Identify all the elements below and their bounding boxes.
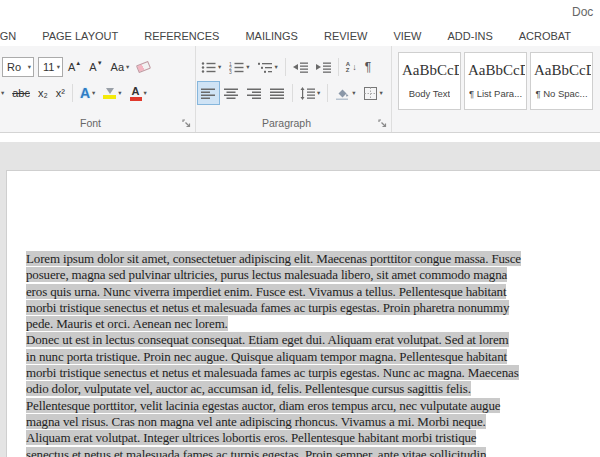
multilevel-list-icon (258, 61, 273, 74)
separator (285, 58, 286, 76)
borders-button[interactable]: ▾ (361, 82, 386, 104)
selected-text: magna vel risus. Cras non magna vel ante… (26, 414, 486, 429)
sort-button[interactable]: AZ ↓ (343, 56, 360, 78)
bullets-button[interactable]: ▾ (198, 56, 224, 78)
increase-indent-icon (316, 61, 331, 74)
font-row-1: Ro ▾ 11 ▾ A ▲ A ▼ Aa ▾ (2, 56, 153, 78)
eraser-icon (136, 61, 151, 73)
justify-button[interactable] (267, 82, 288, 104)
align-center-button[interactable] (221, 82, 242, 104)
text-line[interactable]: morbi tristique senectus et netus et mal… (26, 365, 521, 381)
font-group: Ro ▾ 11 ▾ A ▲ A ▼ Aa ▾ (0, 46, 196, 132)
separator (327, 84, 328, 102)
line-spacing-button[interactable]: ▾ (297, 82, 323, 104)
shading-button[interactable]: ▾ (332, 82, 358, 104)
subscript-button[interactable]: x₂ (35, 82, 51, 104)
ribbon-bottom-strip (0, 134, 600, 142)
text-effects-icon: A (80, 85, 90, 101)
strikethrough-button[interactable]: abc (9, 82, 33, 104)
align-right-button[interactable] (244, 82, 265, 104)
text-line[interactable]: senectus et netus et malesuada fames ac … (26, 447, 521, 457)
show-hide-formatting-button[interactable]: ¶ (362, 56, 374, 78)
dropdown-arrow-icon: ▾ (218, 63, 221, 71)
ribbon-tab[interactable]: VIEW (380, 30, 434, 42)
style-label: Body Text (409, 88, 451, 99)
ribbon-tab[interactable]: REFERENCES (131, 30, 232, 42)
line-spacing-icon (300, 87, 315, 100)
dropdown-arrow-icon: ▾ (1, 89, 4, 97)
font-size-combobox[interactable]: 11 ▾ (38, 57, 63, 77)
numbering-button[interactable]: 123 ▾ (226, 56, 252, 78)
ribbon-tab-bar: DESIGNPAGE LAYOUTREFERENCESMAILINGSREVIE… (0, 26, 600, 46)
font-name-combobox[interactable]: Ro ▾ (2, 57, 34, 77)
align-left-button[interactable] (198, 82, 219, 104)
style-item[interactable]: AaBbCcDd Body Text (398, 52, 461, 110)
style-preview: AaBbCcDd (466, 62, 525, 79)
clear-formatting-button[interactable] (134, 56, 153, 78)
ribbon-tab[interactable]: REVIEW (311, 30, 380, 42)
ribbon-tab[interactable]: ADD-INS (435, 30, 506, 42)
ribbon-tab[interactable]: MAILINGS (232, 30, 311, 42)
style-item[interactable]: AaBbCcDd ¶ No Spac... (530, 52, 593, 110)
text-line[interactable]: morbi tristique senectus et netus et mal… (26, 300, 521, 316)
dialog-launcher-icon (378, 119, 387, 128)
text-line[interactable]: magna vel risus. Cras non magna vel ante… (26, 414, 521, 430)
paragraph-group: ▾ 123 ▾ ▾ AZ (196, 46, 392, 132)
window-title: Doc (572, 5, 593, 19)
paint-bucket-icon (335, 87, 350, 100)
text-line[interactable]: Pellentesque porttitor, velit lacinia eg… (26, 398, 521, 414)
ribbon-tab[interactable]: PAGE LAYOUT (29, 30, 131, 42)
selected-text: morbi tristique senectus et netus et mal… (26, 365, 519, 380)
text-line[interactable]: eros quis urna. Nunc viverra imperdiet e… (26, 284, 521, 300)
style-label: ¶ No Spac... (535, 88, 587, 99)
text-line[interactable]: Donec ut est in lectus consequat consequ… (26, 332, 521, 348)
paragraph-row-1: ▾ 123 ▾ ▾ AZ (198, 56, 374, 78)
font-dialog-launcher[interactable] (181, 118, 192, 129)
font-color-button[interactable]: A ▾ (127, 82, 150, 104)
superscript-button[interactable]: x² (53, 82, 68, 104)
selected-text: odio dolor, vulputate vel, auctor ac, ac… (26, 381, 471, 396)
grow-font-button[interactable]: A ▲ (65, 56, 84, 78)
align-left-icon (201, 87, 216, 100)
text-line[interactable]: Aliquam erat volutpat. Integer ultrices … (26, 430, 521, 446)
text-highlight-color-button[interactable]: ▾ (100, 82, 124, 104)
text-effects-button[interactable]: A ▾ (77, 82, 98, 104)
decrease-indent-button[interactable] (290, 56, 311, 78)
text-line[interactable]: odio dolor, vulputate vel, auctor ac, ac… (26, 381, 521, 397)
superscript-icon: x² (56, 87, 65, 99)
dropdown-arrow-icon: ▾ (380, 89, 383, 97)
shrink-font-button[interactable]: A ▼ (86, 56, 105, 78)
selected-text: Aliquam erat volutpat. Integer ultrices … (26, 430, 476, 445)
text-line[interactable]: Lorem ipsum dolor sit amet, consectetuer… (26, 251, 521, 267)
ribbon: Ro ▾ 11 ▾ A ▲ A ▼ Aa ▾ (0, 46, 600, 133)
selected-text: Pellentesque porttitor, velit lacinia eg… (26, 398, 500, 413)
dropdown-arrow-icon: ▾ (57, 63, 60, 71)
page[interactable]: Lorem ipsum dolor sit amet, consectetuer… (6, 170, 600, 457)
dropdown-arrow-icon: ▾ (246, 63, 249, 71)
selected-text: Lorem ipsum dolor sit amet, consectetuer… (26, 251, 521, 266)
shrink-font-icon: A (89, 61, 96, 73)
style-label: ¶ List Para... (469, 88, 522, 99)
document-text: Lorem ipsum dolor sit amet, consectetuer… (26, 251, 521, 457)
bullet-list-icon (201, 61, 216, 74)
align-center-icon (224, 87, 239, 100)
style-item[interactable]: AaBbCcDd ¶ List Para... (464, 52, 527, 110)
dropdown-arrow-icon: ▾ (352, 89, 355, 97)
justify-icon (270, 87, 285, 100)
subscript-icon: x₂ (38, 87, 48, 99)
underline-button[interactable]: U ▾ (0, 82, 7, 104)
ribbon-tab[interactable]: ACROBAT (506, 30, 584, 42)
text-line[interactable]: pede. Mauris et orci. Aenean nec lorem. (26, 316, 521, 332)
change-case-button[interactable]: Aa ▾ (108, 56, 133, 78)
sort-icon: AZ (346, 61, 350, 73)
ribbon-tab[interactable]: DESIGN (0, 30, 29, 42)
grow-font-icon: A (68, 61, 75, 73)
multilevel-list-button[interactable]: ▾ (255, 56, 281, 78)
increase-indent-button[interactable] (313, 56, 334, 78)
text-line[interactable]: in nunc porta tristique. Proin nec augue… (26, 349, 521, 365)
text-line[interactable]: posuere, magna sed pulvinar ultricies, p… (26, 267, 521, 283)
dropdown-arrow-icon: ▾ (28, 63, 31, 71)
paragraph-dialog-launcher[interactable] (377, 118, 388, 129)
style-preview: AaBbCcDd (532, 62, 591, 79)
selected-text: senectus et netus et malesuada fames ac … (26, 447, 486, 457)
